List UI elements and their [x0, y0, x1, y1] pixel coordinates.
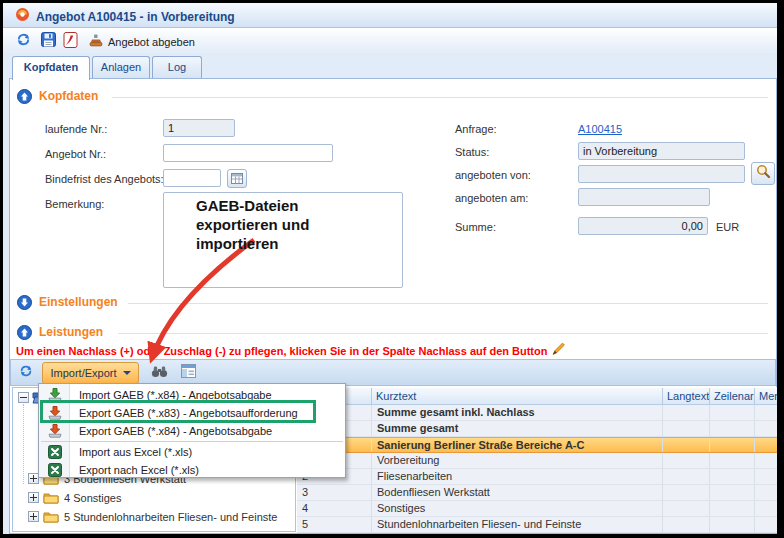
table-row[interactable]: 5Stundenlohnarbeiten Fliesen- und Feinst… — [297, 517, 777, 533]
table-row[interactable]: Summe gesamt — [297, 421, 777, 437]
cell-zeilenart — [710, 421, 755, 436]
layout-button[interactable] — [176, 362, 200, 384]
angeboten-am-field[interactable] — [578, 188, 710, 206]
tab-kopfdaten[interactable]: Kopfdaten — [12, 56, 90, 80]
tree-guide-line — [23, 404, 24, 484]
grid-toolbar: Import/Export — [10, 359, 776, 386]
cell-kurztext: Vorbereitung — [372, 453, 663, 468]
save-button[interactable] — [36, 31, 60, 52]
angebot-nr-field[interactable] — [163, 144, 333, 162]
pdf-icon — [63, 32, 78, 52]
tree-collapse-icon[interactable] — [18, 392, 29, 403]
cell-menge — [755, 453, 777, 468]
calendar-icon — [231, 170, 243, 188]
menu-item-label: Export GAEB (*.x84) - Angebotsabgabe — [70, 425, 272, 437]
menu-item-export-excel[interactable]: Export nach Excel (*.xls) — [40, 461, 344, 479]
cell-kurztext: Sanierung Berliner Straße Bereiche A-C — [372, 438, 663, 452]
cell-langtext — [663, 453, 710, 468]
menu-separator — [41, 441, 343, 442]
table-row[interactable]: 4Sonstiges — [297, 501, 777, 517]
cell-kurztext: Stundenlohnarbeiten Fliesen- und Feinste — [372, 517, 663, 532]
calendar-button[interactable] — [227, 169, 247, 188]
column-header-zeilenart[interactable]: Zeilenart — [710, 388, 755, 404]
section-divider — [112, 97, 768, 98]
submit-offer-label: Angebot abgeben — [108, 36, 195, 48]
summe-field[interactable] — [578, 217, 708, 235]
cell-kurztext: Fliesenarbeiten — [372, 469, 663, 484]
table-row[interactable]: 3Bodenfliesen Werkstatt — [297, 485, 777, 501]
nachlass-hint: Um einen Nachlass (+) oder Zuschlag (-) … — [16, 341, 566, 360]
tab-anlagen[interactable]: Anlagen — [92, 56, 150, 78]
bemerkung-label: Bemerkung: — [45, 198, 104, 210]
table-row[interactable]: 1Vorbereitung — [297, 453, 777, 469]
table-row-selected[interactable]: Sanierung Berliner Straße Bereiche A-C — [297, 437, 777, 453]
cell-langtext — [663, 421, 710, 436]
cell-langtext — [663, 501, 710, 516]
column-header-kurztext[interactable]: Kurztext — [372, 388, 663, 404]
search-button[interactable] — [751, 162, 775, 185]
cell-menge — [755, 501, 777, 516]
excel-icon — [40, 445, 70, 459]
binoculars-icon — [151, 364, 168, 382]
submit-offer-button[interactable]: Angebot abgeben — [82, 31, 201, 52]
tree-expand-icon[interactable] — [28, 492, 39, 503]
excel-icon — [40, 463, 70, 477]
cell-langtext — [663, 469, 710, 484]
title-bar: Angebot A100415 - in Vorbereitung — [3, 3, 777, 28]
cell-langtext — [663, 438, 710, 452]
refresh-button[interactable] — [11, 31, 35, 52]
refresh-icon — [16, 32, 31, 51]
annotation-callout: GAEB-Dateien exportieren und importieren — [196, 196, 374, 254]
currency-label: EUR — [716, 221, 739, 233]
chevron-down-icon — [123, 371, 131, 375]
import-export-button[interactable]: Import/Export — [42, 362, 139, 384]
grid-refresh-button[interactable] — [14, 362, 38, 384]
cell-zeilenart — [710, 453, 755, 468]
tab-label: Anlagen — [101, 61, 141, 73]
pdf-button[interactable] — [58, 31, 82, 52]
collapse-section-icon[interactable] — [17, 89, 32, 108]
menu-item-export-gaeb-x84[interactable]: Export GAEB (*.x84) - Angebotsabgabe — [40, 422, 344, 440]
tab-label: Log — [168, 61, 186, 73]
status-label: Status: — [455, 146, 489, 158]
layout-icon — [181, 364, 196, 382]
pencil-icon — [551, 341, 566, 360]
cell-zeilenart — [710, 485, 755, 500]
stamp-icon — [88, 33, 103, 50]
cell-oz: 5 — [297, 517, 372, 532]
menu-item-import-excel[interactable]: Import aus Excel (*.xls) — [40, 443, 344, 461]
bindefrist-label: Bindefrist des Angebots: — [45, 173, 164, 185]
cell-menge — [755, 438, 777, 452]
table-row[interactable]: Summe gesamt inkl. Nachlass — [297, 405, 777, 421]
angeboten-am-label: angeboten am: — [455, 192, 528, 204]
laufende-nr-field[interactable] — [163, 119, 235, 137]
bindefrist-field[interactable] — [163, 169, 221, 187]
cell-zeilenart — [710, 438, 755, 452]
cell-kurztext: Summe gesamt inkl. Nachlass — [372, 405, 663, 420]
folder-icon — [43, 491, 59, 506]
anfrage-link[interactable]: A100415 — [578, 123, 622, 135]
expand-section-icon[interactable] — [17, 295, 32, 314]
import-export-menu: Import GAEB (*.x84) - Angebotsabgabe Exp… — [38, 383, 346, 478]
column-header-menge[interactable]: Menge — [755, 388, 777, 404]
tab-log[interactable]: Log — [152, 56, 202, 78]
app-icon — [15, 7, 30, 26]
cell-kurztext: Summe gesamt — [372, 421, 663, 436]
table-row[interactable]: 2Fliesenarbeiten — [297, 469, 777, 485]
cell-zeilenart — [710, 405, 755, 420]
cell-menge — [755, 421, 777, 436]
cell-menge — [755, 517, 777, 532]
angebot-nr-label: Angebot Nr.: — [45, 148, 106, 160]
binoculars-button[interactable] — [147, 362, 171, 384]
tab-label: Kopfdaten — [24, 61, 78, 73]
anfrage-label: Anfrage: — [455, 123, 497, 135]
column-header-langtext[interactable]: Langtext — [663, 388, 710, 404]
summe-label: Summe: — [455, 221, 496, 233]
tree-expand-icon[interactable] — [28, 511, 39, 522]
save-icon — [41, 32, 56, 51]
export-gaeb-icon — [40, 423, 70, 439]
status-field[interactable] — [578, 142, 745, 160]
highlight-box — [40, 400, 316, 423]
angeboten-von-field[interactable] — [578, 165, 745, 183]
cell-zeilenart — [710, 469, 755, 484]
